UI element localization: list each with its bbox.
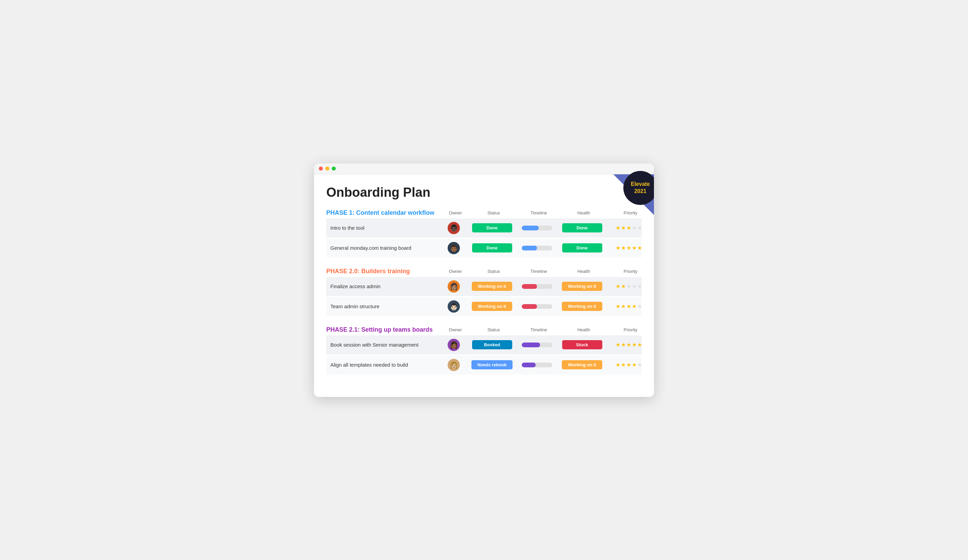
phase-1-title: PHASE 1: Content calendar workflow [326, 209, 442, 217]
phase-1-col-headers: Owner Status Timeline Health Priority [442, 210, 654, 215]
task-cells: 👨🏿 Done Done [440, 222, 654, 234]
task-name: Team admin structure [326, 300, 440, 313]
star-2: ★ [621, 245, 626, 251]
health-badge[interactable]: Working on it [562, 360, 602, 369]
task-row[interactable]: General monday.com training board 👨🏾 Don… [326, 239, 642, 258]
status-badge[interactable]: Done [472, 223, 512, 232]
task-cells: 👩🏽 Working on it Working on it [440, 280, 654, 293]
health-badge[interactable]: Done [562, 223, 602, 232]
timeline-fill [522, 284, 537, 289]
star-4: ★ [632, 341, 636, 348]
col-header-timeline-21: Timeline [518, 327, 559, 332]
cell-owner: 👨🏾 [440, 242, 467, 254]
timeline-fill [522, 225, 539, 230]
minimize-dot[interactable] [325, 167, 329, 171]
health-badge[interactable]: Stuck [562, 340, 602, 349]
col-header-owner-2: Owner [442, 269, 469, 274]
col-header-priority-2: Priority [608, 269, 653, 274]
timeline-fill [522, 363, 535, 367]
stars: ★ ★ ★ ★ ★ [615, 341, 642, 348]
col-header-timeline-2: Timeline [518, 269, 559, 274]
status-badge[interactable]: Needs rebook [471, 360, 513, 369]
timeline-bar [522, 304, 552, 309]
status-badge[interactable]: Working on it [472, 282, 512, 291]
cell-health[interactable]: Done [557, 223, 607, 232]
cell-priority: ★ ★ ★ ★ ★ [607, 341, 651, 348]
phase-21-col-headers: Owner Status Timeline Health Priority [442, 327, 654, 332]
col-header-health-1: Health [559, 210, 608, 215]
cell-timeline [517, 284, 557, 289]
star-2: ★ [621, 303, 626, 310]
task-row[interactable]: Book session with Senior management 👩🏾 B… [326, 335, 642, 355]
cell-status[interactable]: Done [467, 243, 517, 252]
star-1: ★ [615, 341, 620, 348]
cell-health[interactable]: Working on it [557, 360, 607, 369]
expand-dot[interactable] [332, 167, 336, 171]
col-header-health-2: Health [559, 269, 608, 274]
timeline-fill [522, 246, 537, 250]
avatar-icon: 👩🏽 [450, 282, 458, 290]
status-badge[interactable]: Done [472, 243, 512, 252]
cell-health[interactable]: Working on it [557, 282, 607, 291]
star-3: ★ [627, 303, 631, 310]
star-1: ★ [615, 361, 620, 368]
cell-status[interactable]: Done [467, 223, 517, 232]
cell-health[interactable]: Done [557, 243, 607, 252]
task-row[interactable]: Align all templates needed to build 👩🏼 N… [326, 355, 642, 374]
task-row[interactable]: Team admin structure 👨🏻 Working on it [326, 297, 642, 316]
health-badge[interactable]: Working on it [562, 282, 602, 291]
task-row[interactable]: Intro to the tool 👨🏿 Done [326, 219, 642, 237]
task-row[interactable]: Finalize access admin 👩🏽 Working on it [326, 277, 642, 296]
titlebar [314, 164, 654, 174]
star-5: ★ [637, 303, 642, 310]
status-badge[interactable]: Working on it [472, 302, 512, 311]
close-dot[interactable] [319, 167, 323, 171]
col-header-priority-1: Priority [608, 210, 653, 215]
task-name: Align all templates needed to build [326, 358, 440, 371]
cell-status[interactable]: Booked [467, 340, 517, 349]
avatar-icon: 👨🏾 [450, 244, 458, 252]
health-badge[interactable]: Working on it [562, 302, 602, 311]
star-5: ★ [637, 283, 642, 290]
cell-owner: 👨🏿 [440, 222, 467, 234]
task-name: Book session with Senior management [326, 338, 440, 351]
timeline-bar [522, 246, 552, 250]
phase-21-section: PHASE 2.1: Setting up teams boards Owner… [326, 326, 642, 374]
cell-timeline [517, 304, 557, 309]
badge-text: Elevate2021 [631, 181, 650, 195]
timeline-bar [522, 225, 552, 230]
avatar-icon: 👨🏿 [450, 224, 458, 232]
phase-1-section: PHASE 1: Content calendar workflow Owner… [326, 209, 642, 258]
avatar: 👨🏿 [448, 222, 460, 234]
avatar: 👩🏾 [448, 339, 460, 351]
timeline-bar [522, 284, 552, 289]
star-5: ★ [637, 361, 642, 368]
health-badge[interactable]: Done [562, 243, 602, 252]
star-3: ★ [627, 361, 631, 368]
cell-status[interactable]: Needs rebook [467, 360, 517, 369]
task-name: Finalize access admin [326, 280, 440, 293]
page-title: Onboarding Plan [326, 185, 642, 200]
cell-priority: ★ ★ ★ ★ ★ [607, 283, 651, 290]
cell-status[interactable]: Working on it [467, 302, 517, 311]
task-cells: 👩🏼 Needs rebook Working on it [440, 359, 654, 371]
star-2: ★ [621, 283, 626, 290]
col-header-status-2: Status [469, 269, 518, 274]
star-1: ★ [615, 225, 620, 231]
cell-owner: 👨🏻 [440, 300, 467, 313]
cell-status[interactable]: Working on it [467, 282, 517, 291]
star-4: ★ [632, 245, 636, 251]
cell-health[interactable]: Working on it [557, 302, 607, 311]
phase-2-section: PHASE 2.0: Builders training Owner Statu… [326, 268, 642, 316]
phase-21-title: PHASE 2.1: Setting up teams boards [326, 326, 442, 333]
status-badge[interactable]: Booked [472, 340, 512, 349]
task-name: Intro to the tool [326, 222, 440, 234]
cell-timeline [517, 246, 557, 250]
cell-owner: 👩🏾 [440, 339, 467, 351]
task-cells: 👨🏻 Working on it Working on it [440, 300, 654, 313]
star-4: ★ [632, 283, 636, 290]
stars: ★ ★ ★ ★ ★ [615, 245, 642, 251]
avatar-icon: 👨🏻 [450, 302, 458, 311]
task-cells: 👨🏾 Done Done [440, 242, 654, 254]
cell-health[interactable]: Stuck [557, 340, 607, 349]
